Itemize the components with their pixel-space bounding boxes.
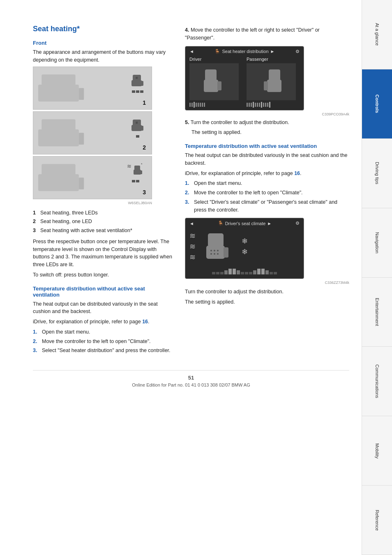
with-vent-step-1: 1. Open the start menu. xyxy=(185,180,349,187)
seat-item-2: 2 Seat heating, one LED xyxy=(33,218,173,226)
svg-rect-24 xyxy=(217,81,221,90)
page-footer: 51 Online Edition for Part no. 01 41 0 0… xyxy=(33,370,349,387)
settings-icon: ⚙ xyxy=(295,49,300,54)
svg-rect-2 xyxy=(79,88,84,100)
seat-image-1-number: 1 xyxy=(143,99,146,106)
sidebar-label-mobility: Mobility xyxy=(375,443,380,458)
right-arrow-icon-2: ► xyxy=(267,221,272,226)
svg-rect-29 xyxy=(208,233,224,247)
no-vent-step-1: 1. Open the start menu. xyxy=(33,328,173,336)
svg-rect-27 xyxy=(264,81,268,90)
passenger-slider xyxy=(247,102,300,108)
sidebar-label-driving-tips: Driving tips xyxy=(375,162,380,184)
no-vent-step-3: 3. Select "Seat heater distribution" and… xyxy=(33,347,173,355)
sidebar-item-navigation[interactable]: Navigation xyxy=(362,208,392,278)
turn-text: Turn the controller to adjust the distri… xyxy=(185,288,349,296)
temp-no-vent-subtitle: Temperature distribution without active … xyxy=(33,286,173,298)
driver-seat-display xyxy=(189,63,239,100)
svg-text:≡: ≡ xyxy=(136,76,138,80)
temp-no-vent-idrive: iDrive, for explanation of principle, re… xyxy=(33,318,173,326)
sidebar-item-driving-tips[interactable]: Driving tips xyxy=(362,139,392,208)
applied-text: The setting is applied. xyxy=(185,298,349,306)
svg-rect-22 xyxy=(204,80,218,92)
sidebar-label-entertainment: Entertainment xyxy=(375,298,380,326)
front-subtitle: Front xyxy=(33,40,173,46)
seat-heater-screen: ◄ 🪑 Seat heater distribution ► ⚙ Driver xyxy=(185,46,304,111)
sidebar-item-entertainment[interactable]: Entertainment xyxy=(362,278,392,347)
temp-with-vent-idrive: iDrive, for explanation of principle, re… xyxy=(185,170,349,177)
svg-rect-16 xyxy=(79,177,84,189)
seat-icon-small: 🪑 xyxy=(214,49,220,54)
driver-seat-screen-header: ◄ 🪑 Driver's seat climate ► ⚙ xyxy=(189,221,300,226)
sidebar-label-controls: Controls xyxy=(375,94,380,113)
svg-rect-12 xyxy=(141,126,143,131)
svg-text:≡: ≡ xyxy=(136,120,138,125)
sidebar-item-mobility[interactable]: Mobility xyxy=(362,416,392,486)
seat-image-3: ≋ * 3 xyxy=(33,156,152,199)
with-vent-step-2: 2. Move the controller to the left to op… xyxy=(185,189,349,197)
svg-rect-3 xyxy=(131,80,142,86)
no-vent-step-2: 2. Move the controller to the left to op… xyxy=(33,338,173,345)
svg-rect-7 xyxy=(38,129,79,146)
svg-rect-1 xyxy=(42,74,75,86)
seat-image-1: ≡ 1 xyxy=(33,67,152,110)
sidebar-item-reference[interactable]: Reference xyxy=(362,486,392,555)
seat-items-list: 1 Seat heating, three LEDs 2 Seat heatin… xyxy=(33,209,173,235)
svg-rect-0 xyxy=(38,85,79,101)
driver-seat-climate-screen: ◄ 🪑 Driver's seat climate ► ⚙ ≋ xyxy=(185,218,304,279)
sidebar-item-at-a-glance[interactable]: At a glance xyxy=(362,0,392,69)
temp-no-vent-intro: The heat output can be distributed vario… xyxy=(33,300,173,316)
sidebar-item-communications[interactable]: Communications xyxy=(362,347,392,416)
seat-image-3-number: 3 xyxy=(143,189,146,196)
svg-text:*: * xyxy=(141,162,143,166)
main-content: Seat heating* Front The appearance and a… xyxy=(0,0,362,555)
svg-rect-23 xyxy=(205,69,217,81)
seat-image-2: ≡ 2 xyxy=(33,111,152,154)
ref-link-16-right[interactable]: 16 xyxy=(294,170,300,176)
svg-rect-19 xyxy=(134,166,140,170)
section-title: Seat heating* xyxy=(33,25,173,33)
svg-rect-5 xyxy=(141,81,143,86)
driver-slider xyxy=(189,102,242,108)
front-intro: The appearance and arrangement of the bu… xyxy=(33,48,173,64)
seat-heater-screen-body: Driver xyxy=(189,57,300,108)
screen-title: Seat heater distribution xyxy=(222,49,268,54)
seat-item-3: 3 Seat heating with active seat ventilat… xyxy=(33,227,173,235)
svg-rect-28 xyxy=(206,246,225,259)
svg-point-34 xyxy=(210,253,212,255)
svg-point-33 xyxy=(217,250,219,251)
sidebar-item-controls[interactable]: Controls xyxy=(362,69,392,139)
temp-no-vent-steps: 1. Open the start menu. 2. Move the cont… xyxy=(33,328,173,355)
seat-image-2-number: 2 xyxy=(143,144,146,151)
seat-icon-small-2: 🪑 xyxy=(218,221,224,226)
svg-point-36 xyxy=(217,253,219,255)
seat-item-1: 1 Seat heating, three LEDs xyxy=(33,209,173,217)
ref-link-16-left[interactable]: 16 xyxy=(142,319,148,325)
driver-panel: Driver xyxy=(189,57,242,108)
svg-rect-26 xyxy=(269,69,280,81)
svg-rect-20 xyxy=(140,170,142,174)
sidebar-label-reference: Reference xyxy=(375,510,380,531)
step5-text: 5. Turn the controller to adjust the dis… xyxy=(185,119,349,127)
svg-point-32 xyxy=(214,250,215,251)
switch-off-text: To switch off: press button longer. xyxy=(33,271,173,279)
sidebar-label-communications: Communications xyxy=(375,364,380,398)
driver-seat-body: ≋ ≋ ≋ xyxy=(189,228,300,276)
passenger-panel: Passenger xyxy=(247,57,300,108)
svg-text:≋: ≋ xyxy=(127,163,131,169)
temp-with-vent-subtitle: Temperature distribution with active sea… xyxy=(185,143,349,149)
driver-seat-screen-title: Driver's seat climate xyxy=(225,221,266,226)
temp-with-vent-steps: 1. Open the start menu. 2. Move the cont… xyxy=(185,180,349,214)
press-text: Press the respective button once per tem… xyxy=(33,238,173,269)
svg-rect-10 xyxy=(131,125,142,131)
svg-rect-8 xyxy=(42,119,75,131)
left-arrow-icon: ◄ xyxy=(189,49,194,54)
svg-rect-9 xyxy=(79,133,84,145)
left-column: Seat heating* Front The appearance and a… xyxy=(33,25,173,358)
sidebar-label-at-a-glance: At a glance xyxy=(375,23,380,46)
left-arrow-icon-2: ◄ xyxy=(189,221,194,226)
svg-point-35 xyxy=(214,253,215,255)
step5-applied: The setting is applied. xyxy=(191,129,349,136)
sidebar: At a glance Controls Driving tips Naviga… xyxy=(362,0,392,555)
temp-with-vent-intro: The heat output can be distributed vario… xyxy=(185,152,349,167)
